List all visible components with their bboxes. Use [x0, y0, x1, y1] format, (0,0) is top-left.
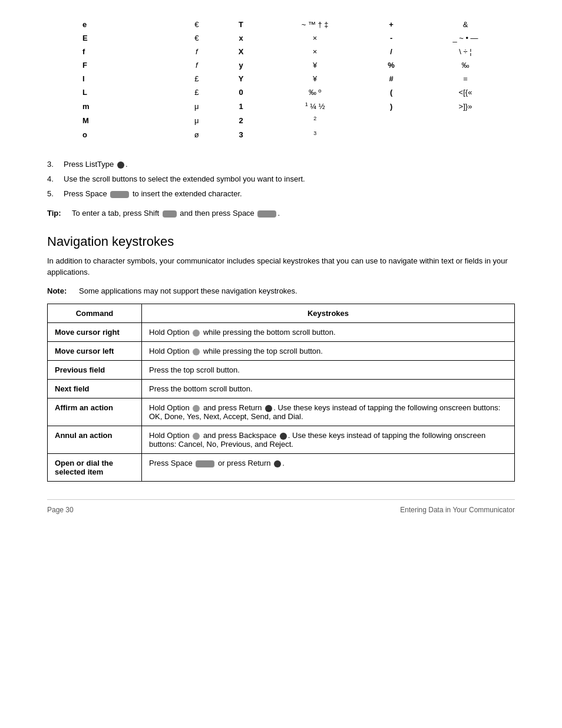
char-val: [416, 113, 515, 127]
char-val: ‰ º: [263, 85, 366, 99]
nav-cmd-affirm: Affirm an action: [48, 398, 142, 426]
char-key: L: [47, 85, 175, 99]
step-3-text: Press ListType .: [64, 160, 128, 169]
step-3: 3. Press ListType .: [47, 160, 515, 169]
option-icon-2: [193, 348, 200, 355]
char-val: μ: [175, 99, 219, 113]
nav-cmd-next-field: Next field: [48, 379, 142, 398]
char-val: >]}»: [416, 99, 515, 113]
step-5-text: Press Space to insert the extended chara…: [64, 189, 242, 198]
char-key: m: [47, 99, 175, 113]
char-key: (: [366, 85, 416, 99]
footer-right: Entering Data in Your Communicator: [400, 506, 515, 514]
nav-keys-annul: Hold Option and press Backspace . Use th…: [142, 426, 515, 453]
char-key: #: [366, 72, 416, 85]
char-val: ¥: [263, 72, 366, 85]
char-val: <[{«: [416, 85, 515, 99]
step-5-num: 5.: [47, 189, 59, 198]
char-key: %: [366, 58, 416, 72]
footer: Page 30 Entering Data in Your Communicat…: [47, 499, 515, 514]
char-val: ø: [175, 128, 219, 142]
char-val: ~ ™ † ‡: [263, 18, 366, 31]
char-key: Y: [219, 72, 263, 85]
nav-row-affirm: Affirm an action Hold Option and press R…: [48, 398, 515, 426]
char-key: y: [219, 58, 263, 72]
backspace-icon: [280, 433, 287, 440]
char-val: €: [175, 18, 219, 31]
char-val: \ ÷ ¦: [416, 45, 515, 58]
char-row-9: o ø 3 3: [47, 128, 515, 142]
nav-keys-prev-field: Press the top scroll button.: [142, 360, 515, 379]
nav-keys-open: Press Space or press Return .: [142, 453, 515, 481]
nav-table-header-command: Command: [48, 304, 142, 322]
char-val: 2: [263, 113, 366, 127]
nav-keys-move-right: Hold Option while pressing the bottom sc…: [142, 322, 515, 341]
step-4-num: 4.: [47, 174, 59, 183]
nav-cmd-prev-field: Previous field: [48, 360, 142, 379]
char-key: 3: [219, 128, 263, 142]
char-key: -: [366, 31, 416, 45]
char-key: I: [47, 72, 175, 85]
char-key: x: [219, 31, 263, 45]
option-icon-4: [193, 433, 200, 440]
char-key: f: [47, 45, 175, 58]
nav-keys-affirm: Hold Option and press Return . Use these…: [142, 398, 515, 426]
tip-block: Tip: To enter a tab, press Shift and the…: [47, 209, 515, 218]
step-5: 5. Press Space to insert the extended ch…: [47, 189, 515, 198]
note-label: Note:: [47, 286, 75, 295]
return-icon-2: [274, 460, 281, 467]
nav-table-header-keystrokes: Keystrokes: [142, 304, 515, 322]
nav-cmd-move-right: Move cursor right: [48, 322, 142, 341]
note-block: Note: Some applications may not support …: [47, 286, 515, 295]
char-row-1: e € T ~ ™ † ‡ + &: [47, 18, 515, 31]
char-key: E: [47, 31, 175, 45]
char-row-7: m μ 1 1 ¼ ½ ) >]}»: [47, 99, 515, 113]
char-row-8: M μ 2 2: [47, 113, 515, 127]
nav-table-header-row: Command Keystrokes: [48, 304, 515, 322]
space-btn: [110, 191, 129, 198]
nav-table: Command Keystrokes Move cursor right Hol…: [47, 304, 515, 482]
char-val: ¥: [263, 58, 366, 72]
footer-left: Page 30: [47, 506, 74, 514]
char-key: F: [47, 58, 175, 72]
char-row-5: I £ Y ¥ # =: [47, 72, 515, 85]
option-icon-1: [193, 330, 200, 337]
nav-row-move-right: Move cursor right Hold Option while pres…: [48, 322, 515, 341]
section-body: In addition to character symbols, your c…: [47, 255, 515, 278]
char-key: +: [366, 18, 416, 31]
char-row-3: f f X × / \ ÷ ¦: [47, 45, 515, 58]
char-val: £: [175, 85, 219, 99]
char-val: ×: [263, 45, 366, 58]
char-val: ‰: [416, 58, 515, 72]
nav-cmd-open: Open or dial the selected item: [48, 453, 142, 481]
note-text: Some applications may not support these …: [79, 286, 297, 295]
return-icon-1: [265, 405, 272, 412]
char-val: μ: [175, 113, 219, 127]
char-key: X: [219, 45, 263, 58]
step-4: 4. Use the scroll buttons to select the …: [47, 174, 515, 183]
nav-row-open: Open or dial the selected item Press Spa…: [48, 453, 515, 481]
nav-row-next-field: Next field Press the bottom scroll butto…: [48, 379, 515, 398]
char-val: 1 ¼ ½: [263, 99, 366, 113]
nav-keys-move-left: Hold Option while pressing the top scrol…: [142, 341, 515, 360]
nav-row-annul: Annul an action Hold Option and press Ba…: [48, 426, 515, 453]
char-val: f: [175, 45, 219, 58]
char-val: &: [416, 18, 515, 31]
step-4-text: Use the scroll buttons to select the ext…: [64, 174, 305, 183]
char-val: _ ~ • —: [416, 31, 515, 45]
char-val: f: [175, 58, 219, 72]
char-key: [366, 113, 416, 127]
char-key: M: [47, 113, 175, 127]
steps-list: 3. Press ListType . 4. Use the scroll bu…: [47, 160, 515, 198]
char-key: e: [47, 18, 175, 31]
char-key: T: [219, 18, 263, 31]
char-key: ): [366, 99, 416, 113]
char-key: [366, 128, 416, 142]
char-val: ×: [263, 31, 366, 45]
nav-cmd-annul: Annul an action: [48, 426, 142, 453]
char-key: o: [47, 128, 175, 142]
section-heading: Navigation keystrokes: [47, 234, 515, 249]
char-row-6: L £ 0 ‰ º ( <[{«: [47, 85, 515, 99]
tip-label: Tip:: [47, 209, 68, 218]
char-key: 1: [219, 99, 263, 113]
